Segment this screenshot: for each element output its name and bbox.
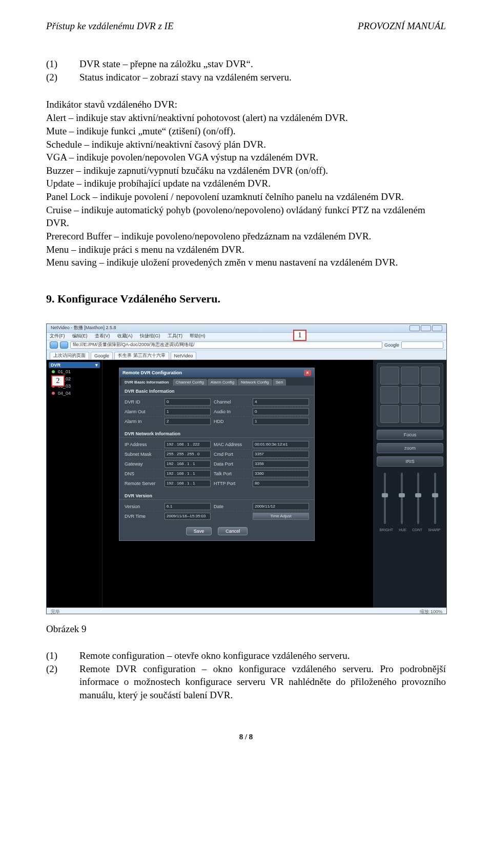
body-line-5: Update – indikuje probíhající update na … — [46, 177, 446, 190]
body-line-2: Schedule – indikuje aktivní/neaktivní ča… — [46, 138, 446, 151]
dialog-tab-alarm[interactable]: Alarm Config — [208, 379, 237, 386]
input-version[interactable]: 6.1 — [165, 503, 211, 510]
slider-label-cont: CONT — [412, 528, 422, 532]
ptz-down-right[interactable] — [421, 405, 440, 423]
tab-0[interactable]: 上次访问的页面 — [50, 352, 89, 359]
section-basic: DVR Basic Information — [119, 387, 314, 395]
ptz-down-left[interactable] — [380, 405, 399, 423]
section-network: DVR Network Information — [119, 429, 314, 438]
label-dvr-id: DVR ID — [125, 399, 161, 405]
input-hdd[interactable]: 1 — [253, 418, 309, 425]
annotation-marker-2: 2 — [51, 375, 65, 387]
menu-item-fav[interactable]: 收藏(A) — [117, 333, 133, 339]
tree-item-0[interactable]: 01_01 — [49, 368, 100, 375]
address-input[interactable]: file:///E:/PM/质量保障部/QA-doc/2009/海思改进调试/网… — [70, 341, 382, 349]
tab-2[interactable]: 长生界 第三百六十六章 — [114, 352, 169, 359]
list1-num-1: (2) — [46, 71, 64, 84]
input-cmd-port[interactable]: 3357 — [253, 451, 309, 458]
input-dvr-time[interactable]: 2009/11/16--15:35:03 — [165, 513, 211, 520]
body-text: Alert – indikuje stav aktivní/neaktivní … — [46, 111, 446, 269]
menu-item-groups[interactable]: 快捷组(G) — [140, 333, 160, 339]
input-alarm-out[interactable]: 1 — [165, 408, 211, 415]
input-gateway[interactable]: 192 . 168 . 1 . 1 — [165, 460, 211, 468]
tree-item-3[interactable]: 04_04 — [49, 390, 100, 397]
cancel-button[interactable]: Cancel — [218, 527, 248, 535]
ptz-down[interactable] — [401, 405, 420, 423]
ptz-pad[interactable] — [377, 363, 443, 427]
ptz-up-right[interactable] — [421, 367, 440, 385]
input-subnet[interactable]: 255 . 255 . 255 . 0 — [165, 451, 211, 458]
section-version: DVR Version — [119, 491, 314, 500]
save-button[interactable]: Save — [186, 527, 212, 535]
label-hdd: HDD — [214, 419, 250, 424]
forward-button[interactable] — [60, 341, 68, 349]
body-line-8: Prerecord Buffer – indikuje povoleno/nep… — [46, 230, 446, 243]
body-line-6: Panel Lock – indikuje povolení / nepovol… — [46, 190, 446, 204]
zoom-button[interactable]: zoom — [377, 443, 443, 453]
input-alarm-in[interactable]: 2 — [165, 418, 211, 425]
ptz-up[interactable] — [401, 367, 420, 385]
search-input[interactable] — [401, 341, 443, 349]
numbered-list-1: (1) DVR state – přepne na záložku „stav … — [46, 57, 446, 84]
input-http-port[interactable]: 80 — [253, 480, 309, 487]
label-dvr-time: DVR Time — [125, 514, 161, 519]
input-dns[interactable]: 192 . 168 . 1 . 1 — [165, 470, 211, 477]
time-adjust-button[interactable]: Time Adjust — [253, 513, 309, 520]
slider-bright[interactable] — [384, 473, 386, 524]
maximize-button[interactable] — [421, 325, 431, 331]
menu-item-help[interactable]: 帮助(H) — [190, 333, 206, 339]
annotation-marker-1: 1 — [293, 330, 306, 341]
section-title: 9. Konfigurace Vzdáleného Serveru. — [46, 292, 446, 306]
slider-sharp[interactable] — [434, 473, 436, 524]
body-line-9: Menu – indikuje práci s menu na vzdálené… — [46, 243, 446, 256]
dialog-close-button[interactable]: × — [304, 370, 311, 376]
menu-item-edit[interactable]: 编辑(E) — [72, 333, 88, 339]
ptz-up-left[interactable] — [380, 367, 399, 385]
input-data-port[interactable]: 3358 — [253, 460, 309, 468]
back-button[interactable] — [50, 341, 58, 349]
slider-contrast[interactable] — [417, 473, 419, 524]
input-audio-in[interactable]: 0 — [253, 408, 309, 415]
ptz-center[interactable] — [401, 386, 420, 404]
tab-1[interactable]: Google — [91, 352, 113, 359]
body-line-10: Menu saving – indikuje uložení provedený… — [46, 256, 446, 269]
chevron-down-icon[interactable]: ▾ — [95, 362, 98, 368]
label-dns: DNS — [125, 471, 161, 476]
menu-item-tools[interactable]: 工具(T) — [168, 333, 183, 339]
iris-button[interactable]: IRIS — [377, 456, 443, 467]
ptz-right[interactable] — [421, 386, 440, 404]
input-channel[interactable]: 4 — [253, 398, 309, 406]
dialog-tab-basic[interactable]: DVR Basic Information — [121, 379, 172, 386]
minimize-button[interactable] — [409, 325, 420, 331]
input-ip[interactable]: 192 . 168 . 1 . 222 — [165, 441, 211, 448]
close-window-button[interactable] — [432, 325, 442, 331]
input-talk-port[interactable]: 3360 — [253, 470, 309, 477]
body-line-7: Cruise – indikuje automatický pohyb (pov… — [46, 204, 446, 230]
input-remote-server[interactable]: 192 . 168 . 1 . 1 — [165, 480, 211, 487]
dialog-tab-network[interactable]: Network Config — [238, 379, 272, 386]
dialog-tab-channel[interactable]: Channel Config — [173, 379, 207, 386]
body-line-3: VGA – indikuje povolen/nepovolen VGA výs… — [46, 151, 446, 164]
body-line-1: Mute – indikuje funkci „mute“ (ztišení) … — [46, 125, 446, 138]
input-dvr-id[interactable]: 0 — [165, 398, 211, 406]
label-remote-server: Remote Server — [125, 481, 161, 486]
tree-header[interactable]: DVR — [51, 362, 60, 368]
list2-num-1: (2) — [46, 662, 64, 702]
slider-hue[interactable] — [401, 473, 403, 524]
subheading: Indikátor stavů vzdáleného DVR: — [46, 99, 446, 110]
label-cmd-port: Cmd Port — [214, 452, 250, 457]
focus-button[interactable]: Focus — [377, 430, 443, 440]
ptz-left[interactable] — [380, 386, 399, 404]
tab-3[interactable]: NetVideo — [171, 352, 197, 359]
menu-item-view[interactable]: 查看(V) — [95, 333, 110, 339]
input-mac[interactable]: 00:01:60:3e:12:e1 — [253, 441, 309, 448]
menu-item-file[interactable]: 文件(F) — [50, 333, 65, 339]
dialog-tab-serial[interactable]: Seri — [273, 379, 286, 386]
menu-bar: 文件(F) 编辑(E) 查看(V) 收藏(A) 快捷组(G) 工具(T) 帮助(… — [47, 333, 446, 340]
right-panel: Focus zoom IRIS BRIGHT HUE CONT SHARP — [373, 360, 446, 608]
dialog-title: Remote DVR Configuration — [122, 370, 182, 375]
label-audio-in: Audio In — [214, 409, 250, 414]
figure-caption: Obrázek 9 — [46, 623, 446, 635]
slider-label-bright: BRIGHT — [380, 528, 393, 532]
input-date[interactable]: 2009/11/12 — [253, 503, 309, 510]
